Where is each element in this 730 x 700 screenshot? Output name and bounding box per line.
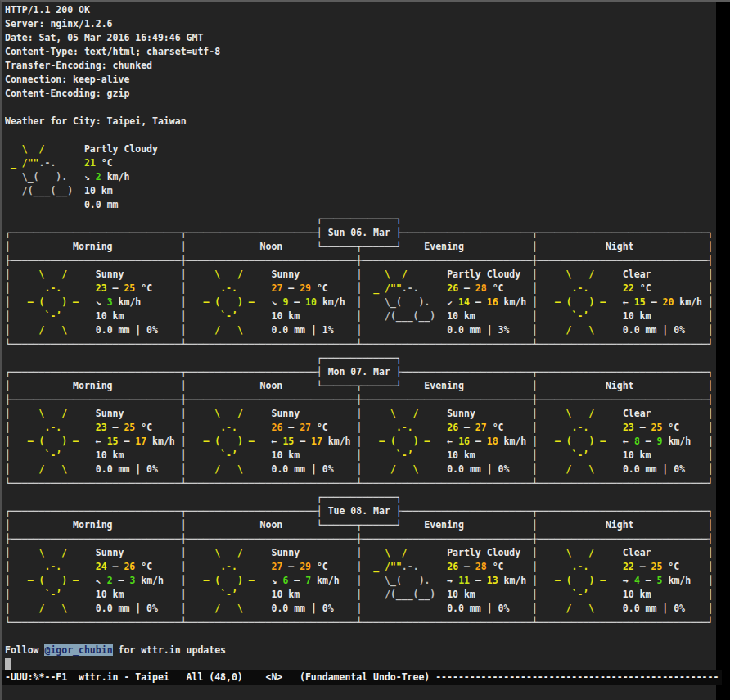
text-span: [413, 422, 448, 433]
text-span: │: [708, 269, 714, 280]
text-span: /(___(__): [362, 589, 435, 600]
text-span: 10 km: [84, 185, 113, 196]
current-conditions-line: \ / Partly Cloudy: [5, 142, 716, 156]
location-line: Weather for City: Taipei, Taiwan: [5, 115, 716, 129]
text-span: [300, 408, 356, 419]
text-span: –: [634, 561, 651, 572]
text-span: 10 km: [271, 589, 300, 600]
text-span: [430, 575, 448, 586]
text-span: [44, 143, 83, 155]
text-span: [651, 408, 708, 419]
forecast-row: │ – ( ) – ↘ 3 km/h │ – ( ) – ↘ 9 – 10 km…: [5, 296, 716, 309]
text-span: [243, 547, 272, 558]
text-span: │: [708, 436, 714, 447]
text-span: 25: [124, 422, 135, 433]
text-span: –: [288, 296, 305, 308]
http-header-line: Content-Encoding: gzip: [5, 87, 716, 101]
current-conditions-line: _ /"".-. 21 °C: [5, 156, 716, 170]
text-span: °C: [311, 422, 328, 433]
text-span: │: [532, 269, 538, 280]
text-span: –: [282, 422, 300, 433]
text-span: \ /: [187, 408, 243, 419]
text-span: [606, 575, 623, 586]
forecast-row: │ \ / Sunny │ \ / Sunny │ \ / Partly Clo…: [5, 546, 716, 560]
text-span: km/h: [113, 296, 142, 308]
text-span: │ Morning │ Noon └──────┬──────┘ Evening…: [5, 241, 713, 252]
text-span: [504, 561, 533, 572]
igor-chubin-link[interactable]: @igor_chubin: [44, 644, 112, 656]
text-span: [152, 422, 181, 433]
text-span: [651, 269, 707, 280]
text-span: 14: [458, 296, 470, 308]
text-span: `-’: [187, 310, 237, 322]
emacs-minibuffer[interactable]: [2, 685, 716, 700]
text-span: ←: [623, 296, 634, 308]
text-span: [509, 324, 532, 336]
text-span: [61, 422, 96, 433]
text-span: [430, 436, 448, 447]
text-span: [124, 547, 180, 558]
text-span: –: [282, 561, 300, 572]
text-span: – ( ) –: [538, 296, 606, 308]
text-span: .-.: [11, 561, 61, 572]
text-span: 0.0 mm | 1%: [272, 324, 334, 336]
text-span: \ /: [538, 547, 594, 558]
text-span: [255, 296, 272, 308]
text-span: 20: [662, 296, 674, 308]
text-span: 17: [135, 436, 146, 447]
text-span: 10 km: [96, 310, 124, 322]
text-span: [594, 269, 623, 280]
text-span: │: [181, 324, 187, 336]
text-span: .-.: [187, 422, 237, 433]
text-span: 10 km: [447, 449, 475, 461]
text-span: 0.0 mm | 0%: [447, 463, 509, 475]
text-span: `-’: [362, 449, 412, 461]
text-span: –: [119, 436, 136, 447]
forecast-row: │ – ( ) – ← 15 – 17 km/h │ – ( ) – ← 15 …: [5, 435, 716, 449]
text-span: 26: [124, 561, 135, 572]
text-span: [503, 422, 532, 433]
text-span: [158, 463, 181, 475]
text-span: \ /: [362, 547, 407, 558]
text-span: .-.: [538, 282, 588, 294]
http-header-line: Date: Sat, 05 Mar 2016 16:49:46 GMT: [5, 31, 716, 45]
table-bottom-border: └──────────────────────────────┴────────…: [5, 337, 716, 351]
text-span: –: [640, 436, 657, 447]
text-span: 26: [447, 422, 458, 433]
text-span: Weather for City: Taipei, Taiwan: [5, 115, 187, 127]
forecast-row: │ / \ 0.0 mm | 0% │ / \ 0.0 mm | 0% │ / …: [5, 463, 716, 476]
text-span: ↘: [84, 171, 96, 183]
text-span: │: [708, 589, 714, 600]
header-separator: ├──────────────────────────────┼────────…: [5, 254, 716, 268]
emacs-buffer[interactable]: HTTP/1.1 200 OKServer: nginx/1.2.6Date: …: [5, 3, 716, 671]
text-span: °C: [487, 282, 504, 294]
text-span: \ /: [11, 269, 67, 280]
text-span: [243, 603, 272, 614]
text-span: ├───────────────────────┬───────────────…: [396, 505, 714, 517]
text-span: km/h: [663, 575, 692, 586]
text-span: km/h: [317, 296, 345, 308]
text-span: 10 km: [623, 589, 651, 600]
text-span: km/h: [322, 436, 351, 447]
text-span: .-.: [402, 561, 419, 572]
text-span: 27: [272, 282, 283, 294]
text-span: [67, 463, 96, 475]
text-span: / \: [11, 463, 67, 475]
text-span: – ( ) –: [538, 436, 606, 447]
text-span: │: [708, 449, 714, 461]
text-span: 0.0 mm | 0%: [272, 603, 334, 614]
text-span: [152, 561, 181, 572]
text-span: │: [532, 463, 538, 475]
text-span: Server: nginx/1.2.6: [5, 18, 113, 29]
text-span: │: [181, 463, 187, 475]
text-span: 8: [634, 436, 640, 447]
header-separator: ├──────────────────────────────┼────────…: [5, 532, 716, 546]
text-span: │: [5, 296, 11, 308]
text-span: [141, 296, 180, 308]
text-span: 25: [651, 422, 663, 433]
text-span: │: [181, 408, 187, 419]
text-span: HTTP/1.1 200 OK: [5, 4, 90, 16]
text-span: 22: [623, 561, 634, 572]
text-span: Partly Cloudy: [84, 143, 158, 155]
text-span: │: [181, 449, 187, 461]
